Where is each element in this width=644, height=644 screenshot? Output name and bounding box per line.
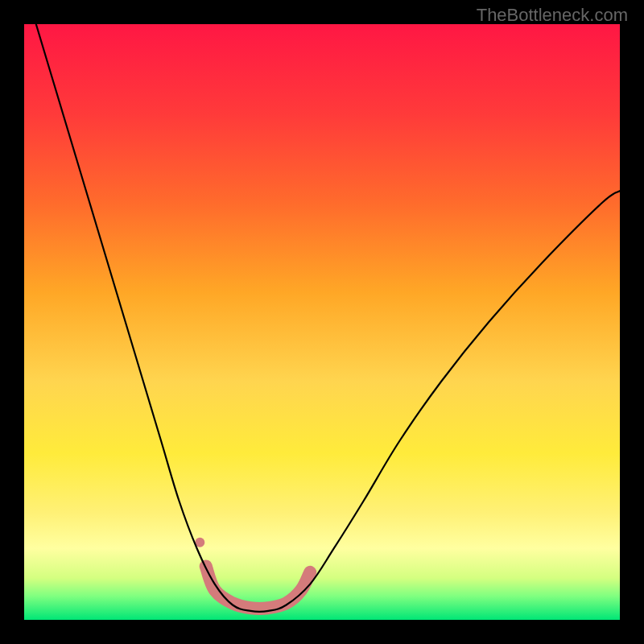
bottleneck-chart [24,24,620,620]
watermark-text: TheBottleneck.com [477,5,628,26]
chart-container [24,24,620,620]
gradient-background [24,24,620,620]
